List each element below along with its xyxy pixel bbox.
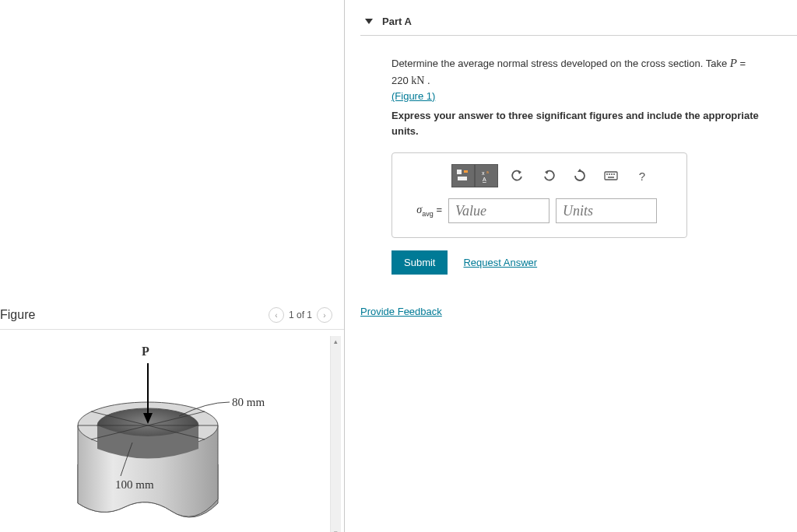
- scroll-up-icon[interactable]: ▴: [331, 336, 341, 347]
- redo-icon[interactable]: [537, 164, 560, 187]
- reset-icon[interactable]: [568, 164, 592, 187]
- svg-rect-8: [464, 170, 468, 173]
- svg-rect-16: [605, 172, 617, 180]
- question-text: Determine the average normal stress deve…: [391, 54, 765, 103]
- collapse-icon[interactable]: [365, 19, 373, 24]
- value-input[interactable]: [448, 198, 549, 223]
- undo-icon[interactable]: [506, 164, 529, 187]
- svg-text:a: a: [486, 170, 489, 174]
- symbols-icon[interactable]: xaA: [475, 164, 498, 187]
- pager-prev-button[interactable]: ‹: [269, 307, 284, 323]
- svg-rect-9: [458, 177, 467, 180]
- figure-label-p: P: [142, 345, 149, 359]
- templates-icon[interactable]: [451, 164, 475, 187]
- pager-count: 1 of 1: [289, 310, 312, 320]
- svg-marker-15: [578, 169, 582, 172]
- figure-illustration: P 80 mm 100 mm: [47, 348, 280, 532]
- figure-pager: ‹ 1 of 1 ›: [269, 307, 332, 323]
- figure-dim-outer: 100 mm: [115, 478, 154, 492]
- figure-link[interactable]: (Figure 1): [391, 90, 435, 102]
- part-header[interactable]: Part A: [360, 16, 797, 36]
- answer-lhs: σavg =: [403, 204, 442, 218]
- pager-next-button[interactable]: ›: [317, 307, 332, 323]
- provide-feedback-link[interactable]: Provide Feedback: [360, 306, 442, 317]
- figure-viewport: P 80 mm 100 mm ▴ ▾: [0, 336, 344, 532]
- scroll-down-icon[interactable]: ▾: [331, 527, 341, 532]
- answer-panel: xaA ?: [391, 152, 687, 238]
- request-answer-link[interactable]: Request Answer: [463, 257, 537, 268]
- svg-text:x: x: [482, 170, 485, 176]
- keyboard-icon[interactable]: [599, 164, 623, 187]
- help-button[interactable]: ?: [630, 164, 654, 187]
- figure-scrollbar[interactable]: ▴ ▾: [330, 336, 341, 532]
- units-input[interactable]: [556, 198, 657, 223]
- svg-rect-7: [457, 170, 462, 174]
- answer-instruction: Express your answer to three significant…: [391, 108, 765, 138]
- submit-button[interactable]: Submit: [391, 250, 448, 275]
- part-title: Part A: [382, 16, 412, 27]
- figure-dim-inner: 80 mm: [232, 396, 265, 409]
- svg-text:A: A: [483, 177, 486, 182]
- answer-toolbar: xaA ?: [403, 164, 676, 187]
- figure-title: Figure: [0, 308, 35, 322]
